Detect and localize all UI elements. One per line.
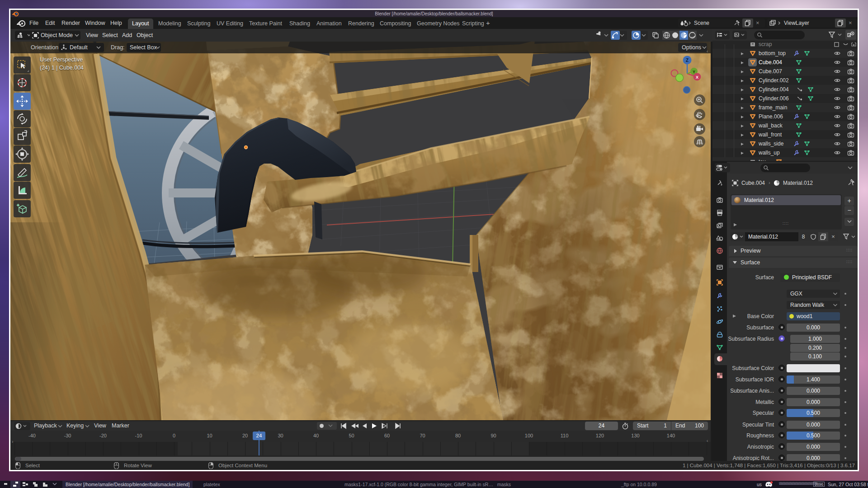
- svg-text:X: X: [696, 75, 698, 80]
- svg-text:Y: Y: [693, 70, 695, 74]
- svg-text:Z: Z: [686, 58, 689, 63]
